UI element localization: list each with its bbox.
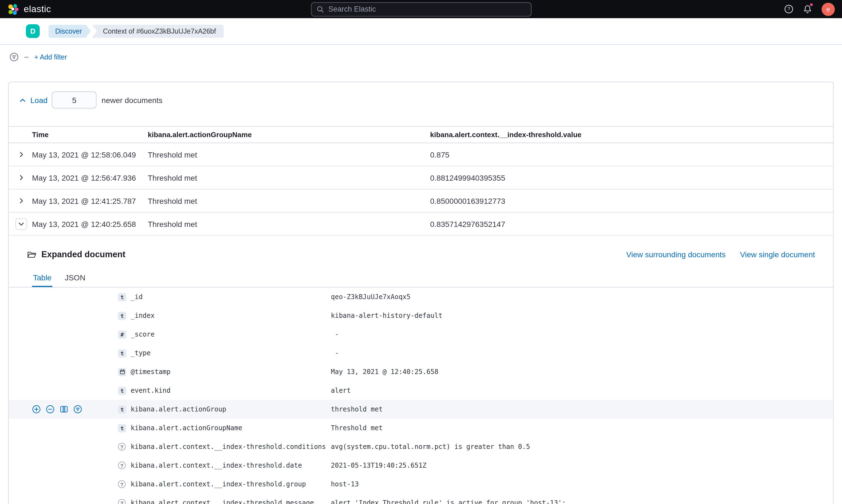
field-row: t kibana.alert.actionGroupName Threshold… <box>9 419 833 437</box>
unknown-field-icon: ? <box>118 499 126 504</box>
column-header-action-group: kibana.alert.actionGroupName <box>148 130 430 139</box>
text-field-icon: t <box>118 293 126 301</box>
field-name: _score <box>131 330 331 338</box>
global-search-input[interactable] <box>328 5 526 13</box>
field-name: kibana.alert.actionGroup <box>131 406 331 413</box>
header-actions: ? e <box>784 2 835 16</box>
field-name: kibana.alert.context.__index-threshold.m… <box>131 499 331 504</box>
tab-json[interactable]: JSON <box>64 272 87 287</box>
load-count-input[interactable] <box>52 91 97 109</box>
home-button[interactable]: elastic <box>7 3 51 15</box>
cell-action-group: Threshold met <box>148 150 430 159</box>
chevron-right-icon <box>18 197 25 204</box>
context-documents-table: Time kibana.alert.actionGroupName kibana… <box>9 126 833 236</box>
cell-action-group: Threshold met <box>148 219 430 228</box>
text-field-icon: t <box>118 311 126 320</box>
elastic-logo-icon <box>7 3 19 15</box>
cell-action-group: Threshold met <box>148 173 430 182</box>
add-filter-button[interactable]: + Add filter <box>34 53 67 61</box>
filter-toggle-button[interactable] <box>10 52 19 62</box>
field-value: alert <box>331 387 833 394</box>
field-name: kibana.alert.context.__index-threshold.d… <box>131 462 331 469</box>
table-header-row: Time kibana.alert.actionGroupName kibana… <box>9 126 833 143</box>
unknown-field-icon: ? <box>118 480 126 488</box>
text-field-icon: t <box>118 349 126 357</box>
cell-action-group: Threshold met <box>148 196 430 205</box>
cell-time: May 13, 2021 @ 12:40:25.658 <box>32 219 148 228</box>
text-field-icon: t <box>118 405 126 413</box>
field-row: @timestamp May 13, 2021 @ 12:40:25.658 <box>9 362 833 381</box>
field-row: t _type - <box>9 344 833 362</box>
field-row: # _score - <box>9 325 833 344</box>
field-value: - <box>331 330 833 338</box>
folder-open-icon <box>27 250 36 259</box>
logo-wordmark: elastic <box>24 4 51 15</box>
expand-row-button[interactable] <box>15 195 27 206</box>
cell-time: May 13, 2021 @ 12:41:25.787 <box>32 196 148 205</box>
field-value: alert 'Index Threshold rule' is active f… <box>331 499 833 504</box>
expanded-document-header: Expanded document View surrounding docum… <box>9 247 833 262</box>
svg-text:?: ? <box>787 6 790 12</box>
expand-row-button[interactable] <box>15 172 27 183</box>
context-panel: Load newer documents Time kibana.alert.a… <box>8 82 834 504</box>
field-value: qeo-Z3kBJuUJe7xAoqx5 <box>331 293 833 301</box>
help-button[interactable]: ? <box>784 4 793 14</box>
user-avatar[interactable]: e <box>822 2 835 16</box>
field-row: t event.kind alert <box>9 381 833 400</box>
cell-time: May 13, 2021 @ 12:56:47.936 <box>32 173 148 182</box>
filter-icon <box>10 52 19 62</box>
expanded-document-title: Expanded document <box>41 250 125 259</box>
unknown-field-icon: ? <box>118 462 126 469</box>
field-value: host-13 <box>331 480 833 488</box>
field-row-hovered: t kibana.alert.actionGroup threshold met <box>9 400 833 419</box>
filter-out-value-button[interactable] <box>46 405 55 414</box>
field-name: event.kind <box>131 387 331 394</box>
table-row: May 13, 2021 @ 12:41:25.787 Threshold me… <box>9 190 833 213</box>
cell-value: 0.8357142976352147 <box>430 219 833 228</box>
breadcrumb: Discover Context of #6uoxZ3kBJuUJe7xA26b… <box>49 24 224 38</box>
toggle-column-button[interactable] <box>59 405 68 414</box>
field-actions <box>32 405 118 414</box>
notification-dot <box>809 3 813 6</box>
breadcrumb-discover[interactable]: Discover <box>49 24 91 38</box>
field-value: - <box>331 349 833 357</box>
field-name: _id <box>131 293 331 301</box>
filter-for-value-button[interactable] <box>32 405 41 414</box>
doc-viewer-tabs: Table JSON <box>9 272 833 288</box>
field-name: kibana.alert.actionGroupName <box>131 424 331 432</box>
table-column-icon <box>59 405 68 414</box>
menu-button[interactable] <box>8 27 18 35</box>
date-field-icon <box>118 368 126 376</box>
cell-time: May 13, 2021 @ 12:58:06.049 <box>32 150 148 159</box>
view-surrounding-documents-link[interactable]: View surrounding documents <box>626 250 726 259</box>
table-row: May 13, 2021 @ 12:56:47.936 Threshold me… <box>9 166 833 190</box>
plus-circle-icon <box>32 405 41 414</box>
field-row: ? kibana.alert.context.__index-threshold… <box>9 475 833 493</box>
notifications-button[interactable] <box>803 4 812 14</box>
help-icon: ? <box>784 4 793 14</box>
space-avatar[interactable]: D <box>26 24 40 38</box>
field-value: avg(system.cpu.total.norm.pct) is greate… <box>331 443 833 451</box>
tab-table[interactable]: Table <box>32 272 53 287</box>
load-newer-row: Load newer documents <box>9 82 833 109</box>
breadcrumb-context: Context of #6uoxZ3kBJuUJe7xA26bf <box>92 24 224 38</box>
field-row: t _index kibana-alert-history-default <box>9 306 833 325</box>
text-field-icon: t <box>118 386 126 395</box>
expand-row-button[interactable] <box>15 149 27 160</box>
filter-divider <box>24 56 29 57</box>
field-value: threshold met <box>331 406 833 413</box>
load-newer-button[interactable]: Load <box>19 95 48 104</box>
field-name: _type <box>131 349 331 357</box>
column-header-value: kibana.alert.context.__index-threshold.v… <box>430 130 833 139</box>
field-name: @timestamp <box>131 368 331 376</box>
collapse-row-button[interactable] <box>15 218 27 230</box>
chevron-up-icon <box>19 96 27 104</box>
load-label: Load <box>30 95 48 104</box>
global-search[interactable] <box>311 2 531 16</box>
field-name: kibana.alert.context.__index-threshold.c… <box>131 443 331 451</box>
field-value: Threshold met <box>331 424 833 432</box>
view-single-document-link[interactable]: View single document <box>740 250 815 259</box>
unknown-field-icon: ? <box>118 443 126 451</box>
filter-field-present-button[interactable] <box>73 405 82 414</box>
column-header-time: Time <box>32 130 148 139</box>
